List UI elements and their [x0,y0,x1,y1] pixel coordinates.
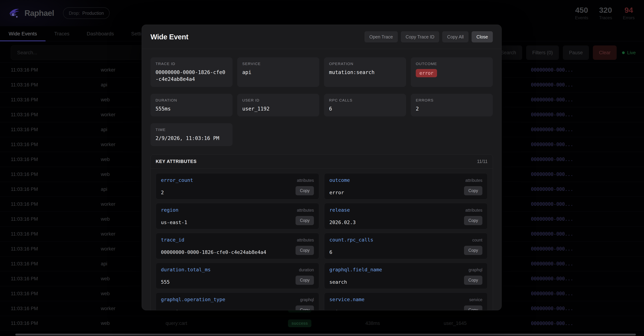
attribute-card-top: outcomeattributes [330,177,482,183]
field-label: DURATION [156,98,228,102]
copy-button[interactable]: Copy [464,306,482,310]
copy-button[interactable]: Copy [296,246,314,255]
tab-wide-events[interactable]: Wide Events [0,26,46,41]
stat-value: 94 [623,6,635,14]
cell-service: web [90,321,166,326]
cell-timestamp: 11:03:16 PM [0,82,90,88]
wide-event-modal: Wide Event Open Trace Copy Trace ID Copy… [142,25,502,310]
copy-button[interactable]: Copy [296,186,314,195]
cell-trace-id: 00000000-000... [483,321,644,326]
clear-button[interactable]: Clear [593,45,617,60]
modal-title: Wide Event [150,33,188,41]
cell-trace-id: 00000000-000... [483,291,644,296]
cell-trace-id: 00000000-000... [483,201,644,207]
tab-dashboards[interactable]: Dashboards [78,26,122,41]
attribute-value: 6 [330,249,336,255]
stat-traces: 320Traces [599,6,612,20]
copy-button[interactable]: Copy [296,216,314,225]
copy-button[interactable]: Copy [464,246,482,255]
field-value: user_1192 [242,106,314,112]
field-label: TRACE ID [156,62,228,66]
field-card-time: TIME2/9/2026, 11:03:16 PM [150,123,232,146]
attribute-card-top: error_countattributes [161,177,314,183]
attribute-card-top: graphql.operation_typegraphql [161,297,314,302]
copy-button[interactable]: Copy [464,186,482,195]
pause-button[interactable]: Pause [563,45,589,60]
cell-timestamp: 11:03:16 PM [0,231,90,237]
cell-outcome: success [278,320,321,327]
attribute-key: graphql.field_name [330,267,382,272]
cell-trace-id: 00000000-000... [483,142,644,147]
copy-button[interactable]: Copy [296,306,314,310]
key-attributes-grid: error_countattributes2Copyoutcomeattribu… [151,168,493,310]
attribute-card-count-rpc_calls: count.rpc_callscount6Copy [324,233,488,259]
close-button[interactable]: Close [472,31,493,42]
brand-area: Raphael Drop: Production [8,7,110,19]
live-indicator: Live [622,50,636,55]
attribute-key: outcome [330,177,350,183]
field-value: mutation:search [329,69,401,76]
modal-actions: Open Trace Copy Trace ID Copy All Close [364,31,493,42]
field-label: OPERATION [329,62,401,66]
cell-trace-id: 00000000-000... [483,67,644,73]
attribute-card-top: service.nameservice [330,297,482,302]
copy-button[interactable]: Copy [296,276,314,285]
cell-duration: 438ms [321,321,393,326]
attribute-key: service.name [330,297,364,302]
field-card-errors: ERRORS2 [411,94,493,117]
error-badge: error [416,69,437,77]
attribute-value: us-east-1 [161,220,191,225]
stat-label: Errors [623,15,635,20]
cell-timestamp: 11:03:16 PM [0,246,90,252]
cell-timestamp: 11:03:16 PM [0,261,90,267]
cell-trace-id: 00000000-000... [483,127,644,132]
cell-trace-id: 00000000-000... [483,216,644,222]
attribute-card-graphql-operation_type: graphql.operation_typegraphqlmutationCop… [156,293,319,310]
attribute-key: trace_id [161,237,184,243]
field-card-service: SERVICEapi [237,57,319,87]
field-label: TIME [156,128,228,132]
environment-selector[interactable]: Drop: Production [63,7,110,19]
attribute-category: duration [299,268,314,272]
field-card-trace-id: TRACE ID00000000-0000-1826-cfe0-c4e24ab8… [150,57,232,87]
table-row[interactable]: 11:03:16 PMwebquery:cartsuccess438msuser… [0,316,644,331]
attribute-card-top: duration.total_msduration [161,267,314,272]
attribute-key: error_count [161,177,193,183]
cell-timestamp: 11:03:16 PM [0,306,90,311]
copy-button[interactable]: Copy [464,276,482,285]
key-attributes-header: KEY ATTRIBUTES 11/11 [151,155,493,168]
field-value: api [242,69,314,76]
modal-header: Wide Event Open Trace Copy Trace ID Copy… [142,25,502,49]
attribute-category: attributes [465,178,482,183]
horizontal-scrollbar[interactable] [15,334,636,336]
attribute-card-top: releaseattributes [330,207,482,213]
copy-button[interactable]: Copy [464,216,482,225]
attribute-value: 00000000-0000-1826-cfe0-c4e24ab8e4a4 [161,249,270,255]
attribute-card-top: count.rpc_callscount [330,237,482,243]
tab-traces[interactable]: Traces [46,26,78,41]
cell-timestamp: 11:03:16 PM [0,276,90,282]
attribute-card-bottom: 6Copy [330,243,482,255]
attribute-value: search [330,279,350,285]
cell-timestamp: 11:03:16 PM [0,127,90,132]
stat-value: 320 [599,6,612,14]
filters-0-button[interactable]: Filters (0) [526,45,559,60]
live-label: Live [627,50,636,55]
cell-trace-id: 00000000-000... [483,97,644,102]
app-title: Raphael [24,9,54,18]
key-attributes-count: 11/11 [477,159,488,164]
attribute-value: mutation [161,309,188,310]
attribute-category: attributes [297,178,314,183]
attribute-card-region: regionattributesus-east-1Copy [156,203,319,229]
event-summary-fields: TRACE ID00000000-0000-1826-cfe0-c4e24ab8… [150,57,493,146]
attribute-card-bottom: searchCopy [330,272,482,285]
open-trace-button[interactable]: Open Trace [364,31,398,42]
field-value: 555ms [156,106,228,112]
attribute-category: attributes [465,208,482,213]
environment-value: Production [82,10,104,16]
attribute-category: attributes [297,238,314,243]
attribute-card-bottom: 2026.02.3Copy [330,213,482,225]
attribute-card-trace_id: trace_idattributes00000000-0000-1826-cfe… [156,233,319,259]
copy-trace-id-button[interactable]: Copy Trace ID [401,31,439,42]
copy-all-button[interactable]: Copy All [442,31,468,42]
